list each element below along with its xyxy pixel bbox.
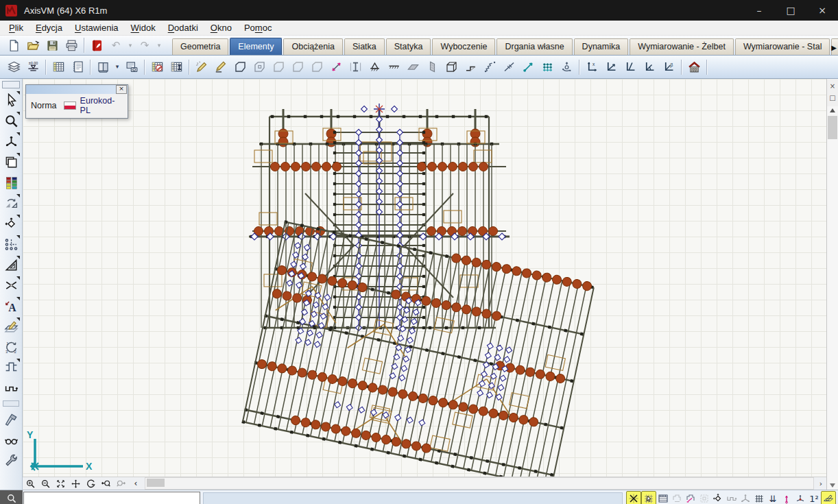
zoom-button[interactable] (1, 111, 21, 130)
local-system-reference-button[interactable] (602, 58, 620, 76)
norma-panel-titlebar[interactable]: × (26, 85, 128, 94)
renumber-button[interactable] (1, 337, 21, 357)
draw-directly-button[interactable] (212, 58, 230, 76)
stored-views-button[interactable] (656, 492, 670, 504)
maximize-button[interactable]: □ (775, 0, 806, 21)
vertical-scrollbar[interactable] (827, 106, 838, 490)
edge-beam-button[interactable] (462, 58, 479, 76)
tab-statyka[interactable]: Statyka (386, 38, 431, 55)
print-button[interactable] (62, 36, 80, 54)
tab-siatka[interactable]: Siatka (344, 38, 385, 55)
material-table-button[interactable] (148, 58, 166, 76)
scroll-down-arrow[interactable] (830, 483, 835, 488)
undo-options-button[interactable]: ▾ (126, 36, 134, 54)
vertical-scrollbar-thumb[interactable] (828, 116, 837, 139)
transformations-button[interactable] (1, 193, 21, 213)
elevation-marker-button[interactable] (24, 58, 42, 76)
pdf-export-button[interactable] (88, 36, 106, 54)
local-systems-button[interactable] (793, 492, 807, 504)
load-display-button[interactable]: ⇊ (766, 492, 780, 504)
degrees-of-freedom-button[interactable] (558, 58, 575, 76)
color-coding-button[interactable] (1, 173, 21, 192)
numbering-button[interactable]: 1² (807, 492, 821, 504)
previous-view-button[interactable] (98, 478, 113, 490)
storeys-button[interactable] (685, 58, 703, 76)
tab-drgania-własne[interactable]: Drgania własne (496, 38, 572, 55)
menu-item-edycja[interactable]: Edycja (29, 21, 69, 34)
guideline-walk-button[interactable] (1, 379, 21, 398)
nodal-support-button[interactable] (366, 58, 383, 76)
line-elements-button[interactable] (327, 58, 345, 76)
menu-item-widok[interactable]: Widok (125, 21, 162, 34)
open-file-button[interactable] (24, 36, 42, 54)
domain-cut-button[interactable] (289, 58, 307, 76)
local-system-vector-button[interactable] (621, 58, 639, 76)
parts-button[interactable] (1, 152, 21, 171)
link-element-button[interactable] (519, 58, 537, 76)
cross-section-table-button[interactable] (167, 58, 185, 76)
info-library-button[interactable] (94, 58, 112, 76)
tab-geometria[interactable]: Geometria (172, 38, 228, 55)
intersect-button[interactable] (1, 276, 21, 295)
local-system-x-button[interactable] (583, 58, 601, 76)
drawing-library-button[interactable] (123, 58, 141, 76)
tab-overflow-button[interactable]: ▶ (831, 44, 837, 51)
reaction-display-button[interactable] (780, 492, 793, 504)
mesh-visibility-button[interactable] (752, 492, 766, 504)
menu-item-dodatki[interactable]: Dodatki (162, 21, 204, 34)
undo-button[interactable]: ↶ (107, 36, 125, 54)
collapse-toolbar-button[interactable]: ‹ (128, 478, 143, 490)
info-library-options-button[interactable]: ▾ (113, 58, 121, 76)
gap-element-button[interactable] (500, 58, 518, 76)
horizontal-scrollbar-thumb[interactable] (147, 479, 165, 487)
clipping-box-button[interactable] (697, 492, 711, 504)
domain-intersect-button[interactable] (308, 58, 326, 76)
horizontal-scrollbar[interactable] (145, 477, 814, 490)
rib-element-button[interactable] (346, 58, 364, 76)
search-button[interactable] (0, 490, 23, 504)
structure-grid-button[interactable] (1, 235, 21, 254)
mesh-generation-button[interactable] (538, 58, 556, 76)
trace-line-button[interactable] (725, 492, 739, 504)
wall-element-button[interactable] (423, 58, 441, 76)
workplane-move-button[interactable] (1, 214, 21, 233)
snap-intersection-button[interactable] (626, 491, 641, 504)
selection-button[interactable] (1, 91, 21, 110)
edit-planes-button[interactable] (1, 317, 21, 336)
save-file-button[interactable] (43, 36, 61, 54)
model-canvas[interactable]: × Norma Eurokod-PL Y X ‹ › (23, 79, 826, 490)
sidebar-handle[interactable] (2, 81, 20, 88)
edge-support-button[interactable] (385, 58, 403, 76)
domain-button[interactable] (231, 58, 249, 76)
spring-element-button[interactable] (481, 58, 499, 76)
tab-wyboczenie[interactable]: Wyboczenie (432, 38, 495, 55)
menu-item-okno[interactable]: Okno (204, 21, 238, 34)
redo-button[interactable]: ↷ (136, 36, 154, 54)
redo-options-button[interactable]: ▾ (155, 36, 163, 54)
norma-close-button[interactable]: × (116, 85, 127, 94)
draw-objects-button[interactable] (193, 58, 211, 76)
model-settings-button[interactable] (1, 451, 21, 470)
panel-close-button[interactable]: × (828, 81, 838, 91)
domain-union-button[interactable] (270, 58, 287, 76)
guidelines-button[interactable] (711, 492, 725, 504)
menu-item-pomoc[interactable]: Pomoc (238, 21, 278, 34)
snap-grid-button[interactable] (641, 491, 656, 504)
tab-wymiarowanie-żelbet[interactable]: Wymiarowanie - Żelbet (630, 38, 734, 55)
search-input[interactable] (23, 492, 200, 504)
tab-elementy[interactable]: Elementy (230, 38, 282, 55)
active-parts-button[interactable] (684, 492, 697, 504)
tab-obciążenia[interactable]: Obciążenia (283, 38, 343, 55)
frame-wizard-button[interactable] (442, 58, 460, 76)
panel-restore-button[interactable]: □ (828, 93, 838, 102)
menu-item-plik[interactable]: Plik (3, 21, 29, 34)
menu-item-ustawienia[interactable]: Ustawienia (69, 21, 125, 34)
close-button[interactable]: × (806, 0, 838, 21)
new-file-button[interactable] (5, 36, 23, 54)
tab-dynamika[interactable]: Dynamika (574, 38, 629, 55)
hole-button[interactable] (250, 58, 268, 76)
local-system-beta-button[interactable] (660, 58, 678, 76)
section-lines-button[interactable] (1, 358, 21, 377)
workplane-edit-button[interactable] (821, 491, 836, 504)
norma-panel[interactable]: × Norma Eurokod-PL (25, 84, 128, 119)
